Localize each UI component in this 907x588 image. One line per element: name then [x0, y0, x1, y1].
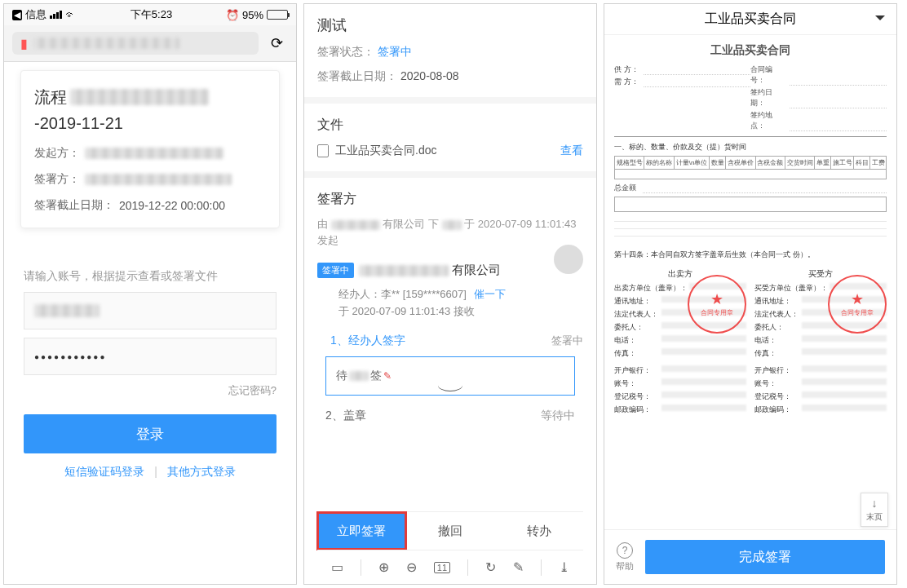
document-panel: 工业品买卖合同 工业品买卖合同 供 方： 需 方： 合同编号： 签约日期： 签约… — [604, 3, 897, 585]
doc-header: 工业品买卖合同 — [604, 4, 896, 35]
password-mask: ●●●●●●●●●●● — [34, 352, 106, 361]
flow-title-prefix: 流程 — [34, 86, 67, 108]
account-redacted — [34, 304, 100, 317]
seller-unit-label: 出卖方单位（盖章）： — [614, 283, 688, 294]
handler-label: 经办人： — [338, 288, 381, 300]
step2-label: 2、盖章 — [325, 409, 366, 423]
company-row: 签署中 有限公司 — [317, 263, 583, 278]
page-end-button[interactable]: ↓ 末页 — [861, 493, 888, 527]
login-hint: 请输入账号，根据提示查看或签署文件 — [24, 269, 277, 284]
from-redacted2 — [442, 220, 462, 230]
buyer-bank-label: 开户银行： — [754, 365, 800, 376]
help-label: 帮助 — [616, 560, 634, 573]
buyer-phone-label: 电话： — [754, 335, 800, 346]
finish-sign-button[interactable]: 完成签署 — [645, 540, 885, 574]
buyer-seal: ★ 合同专用章 — [828, 275, 887, 334]
sign-status-label: 签署状态： — [317, 45, 374, 58]
password-input[interactable]: ●●●●●●●●●●● — [24, 338, 277, 375]
toolbar: ▭ ⊕ ⊖ 11 ↻ ✎ ⤓ — [317, 550, 583, 584]
buyer-phone-val — [802, 335, 887, 342]
remind-link[interactable]: 催一下 — [474, 288, 506, 300]
download-icon[interactable]: ⤓ — [559, 559, 569, 575]
section1-title: 一、标的、数量、价款及交（提）货时间 — [614, 142, 887, 153]
buyer-legal-label: 法定代表人： — [754, 309, 800, 320]
signal-icon — [50, 11, 62, 19]
star-icon: ★ — [710, 292, 723, 307]
buyer-postcode-val — [802, 405, 887, 411]
detail-panel: 测试 签署状态：签署中 签署截止日期：2020-08-08 文件 工业品买卖合同… — [303, 3, 597, 585]
forward-button[interactable]: 转办 — [494, 512, 583, 550]
signer-row: 签署方： — [34, 172, 266, 187]
step2-row: 2、盖章 等待中 — [325, 409, 575, 423]
zoom-out-icon[interactable]: ⊖ — [406, 559, 417, 575]
buyer-agent-label: 委托人： — [754, 322, 800, 333]
clock: 下午5:23 — [131, 7, 172, 22]
rotate-icon[interactable]: ↻ — [485, 559, 496, 575]
edit-icon[interactable]: ✎ — [513, 559, 524, 575]
seller-postcode-label: 邮政编码： — [614, 405, 660, 415]
supplier-label: 供 方： — [614, 64, 640, 75]
originator-redacted — [85, 148, 223, 159]
buyer-fax-label: 传真： — [754, 348, 800, 359]
dropdown-icon[interactable] — [875, 15, 885, 25]
thumbnail-icon[interactable]: ▭ — [331, 559, 343, 575]
sign-status-row: 签署状态：签署中 — [317, 45, 583, 60]
help-button[interactable]: ? 帮助 — [616, 542, 634, 573]
alt-login-row: 短信验证码登录 | 其他方式登录 — [4, 465, 296, 480]
buyer-bank-val — [802, 365, 887, 372]
th: 标的名称 — [644, 157, 674, 170]
revoke-button[interactable]: 撤回 — [406, 512, 495, 550]
seller-phone-val — [661, 335, 746, 342]
signer-section-title: 签署方 — [317, 191, 583, 208]
buyer-fax-val — [802, 348, 887, 355]
zoom-in-icon[interactable]: ⊕ — [378, 559, 389, 575]
view-file-link[interactable]: 查看 — [560, 144, 583, 158]
buyer-taxid-val — [802, 391, 887, 398]
section-divider — [304, 97, 596, 104]
wifi-icon: ᯤ — [65, 8, 77, 21]
sms-login-link[interactable]: 短信验证码登录 — [64, 465, 144, 478]
other-login-link[interactable]: 其他方式登录 — [167, 465, 236, 478]
page-number[interactable]: 11 — [434, 562, 450, 573]
doc-title: 工业品买卖合同 — [614, 43, 887, 58]
flow-title-redacted — [70, 89, 209, 105]
section-divider — [304, 171, 596, 178]
buyer-postcode-label: 邮政编码： — [754, 405, 800, 415]
clause-14: 第十四条：本合同自双方签字盖章后生效（本合同一式 份）。 — [614, 250, 887, 260]
th: 交货时间 — [785, 157, 815, 170]
detail-title: 测试 — [317, 15, 583, 35]
file-section-title: 文件 — [317, 117, 583, 134]
file-icon — [317, 144, 329, 157]
login-panel: ◀ 信息 ᯤ 下午5:23 ⏰ 95% ▮ ⟳ 流程 -2019-11-21 发… — [3, 3, 297, 585]
company-name: 有限公司 — [359, 263, 501, 278]
step2-status: 等待中 — [541, 409, 575, 423]
flow-title-suffix: -2019-11-21 — [34, 112, 123, 135]
seller-legal-label: 法定代表人： — [614, 309, 660, 320]
buyer-label: 需 方： — [614, 77, 640, 87]
signature-box[interactable]: 待 签 ✎ — [325, 356, 575, 396]
sign-now-button[interactable]: 立即签署 — [317, 512, 406, 550]
sign-suffix: 签 — [370, 369, 382, 383]
buyer-address-label: 通讯地址： — [754, 296, 800, 307]
sign-date-label: 签约日期： — [750, 87, 786, 108]
login-button[interactable]: 登录 — [24, 414, 277, 453]
account-input[interactable] — [24, 292, 277, 329]
divider: | — [154, 465, 157, 478]
url-redacted — [33, 38, 179, 49]
buyer-account-label: 账号： — [754, 378, 800, 389]
seller-bank-label: 开户银行： — [614, 365, 660, 376]
company-suffix: 有限公司 — [452, 263, 501, 278]
url-input[interactable]: ▮ — [12, 32, 259, 55]
seal-text: 合同专用章 — [841, 308, 874, 317]
doc-footer: ? 帮助 完成签署 — [604, 529, 896, 584]
forgot-password-link[interactable]: 忘记密码? — [24, 383, 277, 398]
total-label: 总金额 — [614, 183, 636, 193]
page-end-label: 末页 — [866, 511, 883, 523]
clauses-redacted — [614, 219, 887, 243]
buyer-column: 买受方 买受方单位（盖章）： 通讯地址： 法定代表人： 委托人： 电话： 传真：… — [754, 268, 887, 418]
file-row: 工业品买卖合同.doc 查看 — [317, 144, 583, 158]
divider — [467, 559, 468, 576]
seller-bank-val — [661, 365, 746, 372]
deadline-value: 2019-12-22 00:00:00 — [119, 199, 225, 212]
refresh-button[interactable]: ⟳ — [265, 32, 288, 55]
